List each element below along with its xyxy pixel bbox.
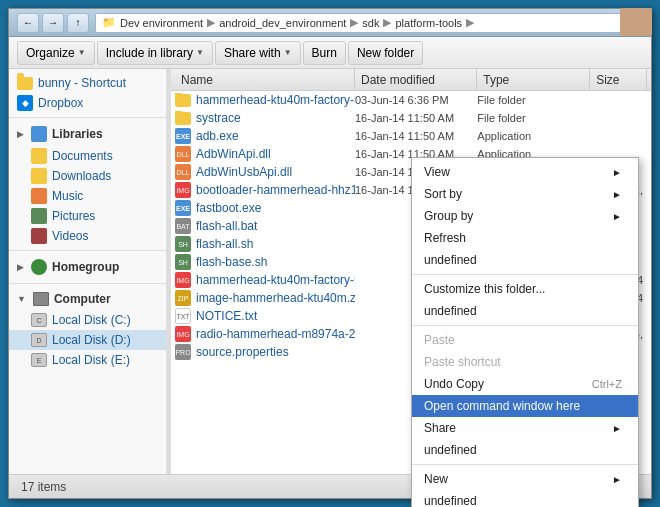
ctx-arrow: ►	[612, 189, 622, 200]
organize-label: Organize	[26, 46, 75, 60]
file-name: NOTICE.txt	[196, 309, 257, 323]
music-icon	[31, 188, 47, 204]
disk-d-icon: D	[31, 333, 47, 347]
context-menu-item-undo-copy[interactable]: Undo CopyCtrl+Z	[412, 373, 638, 395]
sidebar-item-downloads[interactable]: Downloads	[9, 166, 166, 186]
context-menu-item-paste-shortcut: Paste shortcut	[412, 351, 638, 373]
forward-button[interactable]: →	[42, 13, 64, 33]
share-arrow: ▼	[284, 48, 292, 57]
sidebar-homegroup-header[interactable]: ▶ Homegroup	[9, 255, 166, 279]
file-date: 16-Jan-14 11:50 AM	[355, 112, 477, 124]
context-menu-item-sort-by[interactable]: Sort by►	[412, 183, 638, 205]
file-name-cell: EXE adb.exe	[175, 128, 355, 144]
include-library-button[interactable]: Include in library ▼	[97, 41, 213, 65]
file-date: 03-Jun-14 6:36 PM	[355, 94, 477, 106]
file-name-cell: ZIP image-hammerhead-ktu40m.zip	[175, 290, 355, 306]
file-name-cell: BAT flash-all.bat	[175, 218, 355, 234]
file-name: radio-hammerhead-m8974a-2.0.50.1.13...	[196, 327, 355, 341]
context-menu-separator	[412, 325, 638, 326]
address-sep-4: ▶	[466, 16, 474, 29]
sidebar-item-pictures[interactable]: Pictures	[9, 206, 166, 226]
file-name: image-hammerhead-ktu40m.zip	[196, 291, 355, 305]
include-label: Include in library	[106, 46, 193, 60]
file-icon: SH	[175, 254, 191, 270]
libraries-label: Libraries	[52, 127, 103, 141]
col-header-date[interactable]: Date modified	[355, 69, 477, 90]
file-name-cell: DLL AdbWinUsbApi.dll	[175, 164, 355, 180]
new-folder-button[interactable]: New folder	[348, 41, 423, 65]
context-menu-item-undefined[interactable]: undefined	[412, 490, 638, 507]
context-menu-item-group-by[interactable]: Group by►	[412, 205, 638, 227]
file-type: Application	[477, 130, 590, 142]
organize-button[interactable]: Organize ▼	[17, 41, 95, 65]
context-menu-separator	[412, 274, 638, 275]
context-menu-item-refresh[interactable]: Refresh	[412, 227, 638, 249]
file-icon: PRO	[175, 344, 191, 360]
sidebar-dropbox-label: Dropbox	[38, 96, 83, 110]
ctx-item-label: Refresh	[424, 231, 466, 245]
col-header-size[interactable]: Size	[590, 69, 647, 90]
new-folder-label: New folder	[357, 46, 414, 60]
sidebar-item-bunny[interactable]: bunny - Shortcut	[9, 73, 166, 93]
file-type: File folder	[477, 112, 590, 124]
share-label: Share with	[224, 46, 281, 60]
sidebar-item-videos[interactable]: Videos	[9, 226, 166, 246]
col-header-name[interactable]: Name	[175, 69, 355, 90]
address-part-1: Dev environment	[120, 17, 203, 29]
table-row[interactable]: hammerhead-ktu40m-factory-53ff95bf 03-Ju…	[171, 91, 651, 109]
sidebar-item-local-d[interactable]: D Local Disk (D:)	[9, 330, 166, 350]
ctx-item-label: undefined	[424, 443, 477, 457]
file-icon: SH	[175, 236, 191, 252]
file-icon: IMG	[175, 182, 191, 198]
sidebar-divider-2	[9, 250, 166, 251]
ctx-item-label: Undo Copy	[424, 377, 484, 391]
file-name: adb.exe	[196, 129, 239, 143]
homegroup-label: Homegroup	[52, 260, 119, 274]
address-sep-1: ▶	[207, 16, 215, 29]
sidebar-downloads-label: Downloads	[52, 169, 111, 183]
address-bar[interactable]: 📁 Dev environment ▶ android_dev_environm…	[95, 13, 643, 33]
sidebar-libraries-header[interactable]: ▶ Libraries	[9, 122, 166, 146]
pictures-icon	[31, 208, 47, 224]
ctx-item-label: Group by	[424, 209, 473, 223]
context-menu-item-view[interactable]: View►	[412, 161, 638, 183]
sidebar: bunny - Shortcut Dropbox ▶ Libraries Doc…	[9, 69, 167, 474]
context-menu-item-new[interactable]: New►	[412, 468, 638, 490]
share-with-button[interactable]: Share with ▼	[215, 41, 301, 65]
sidebar-item-documents[interactable]: Documents	[9, 146, 166, 166]
ctx-item-label: Sort by	[424, 187, 462, 201]
burn-label: Burn	[312, 46, 337, 60]
burn-button[interactable]: Burn	[303, 41, 346, 65]
sidebar-item-local-c[interactable]: C Local Disk (C:)	[9, 310, 166, 330]
context-menu-item-undefined[interactable]: undefined	[412, 439, 638, 461]
file-name-cell: EXE fastboot.exe	[175, 200, 355, 216]
sidebar-computer-header[interactable]: ▼ Computer	[9, 288, 166, 310]
ctx-item-label: Share	[424, 421, 456, 435]
file-name-cell: hammerhead-ktu40m-factory-53ff95bf	[175, 93, 355, 107]
address-part-4: platform-tools	[395, 17, 462, 29]
sidebar-item-local-e[interactable]: E Local Disk (E:)	[9, 350, 166, 370]
address-part-3: sdk	[362, 17, 379, 29]
sidebar-item-dropbox[interactable]: Dropbox	[9, 93, 166, 113]
address-sep-2: ▶	[350, 16, 358, 29]
back-button[interactable]: ←	[17, 13, 39, 33]
context-menu-item-share[interactable]: Share►	[412, 417, 638, 439]
file-name: flash-base.sh	[196, 255, 267, 269]
table-row[interactable]: EXE adb.exe 16-Jan-14 11:50 AM Applicati…	[171, 127, 651, 145]
file-name: hammerhead-ktu40m-factory-53ff95bf	[196, 93, 355, 107]
file-list-header: Name Date modified Type Size	[171, 69, 651, 91]
up-button[interactable]: ↑	[67, 13, 89, 33]
organize-arrow: ▼	[78, 48, 86, 57]
context-menu-item-customize[interactable]: Customize this folder...	[412, 278, 638, 300]
context-menu-separator	[412, 464, 638, 465]
col-header-type[interactable]: Type	[477, 69, 590, 90]
file-name: flash-all.bat	[196, 219, 257, 233]
context-menu-item-undefined[interactable]: undefined	[412, 300, 638, 322]
context-menu-item-undefined[interactable]: undefined	[412, 249, 638, 271]
file-type: File folder	[477, 94, 590, 106]
context-menu-item-paste: Paste	[412, 329, 638, 351]
table-row[interactable]: systrace 16-Jan-14 11:50 AM File folder	[171, 109, 651, 127]
file-name-cell: systrace	[175, 111, 355, 125]
sidebar-item-music[interactable]: Music	[9, 186, 166, 206]
context-menu-item-open-cmd[interactable]: Open command window here	[412, 395, 638, 417]
